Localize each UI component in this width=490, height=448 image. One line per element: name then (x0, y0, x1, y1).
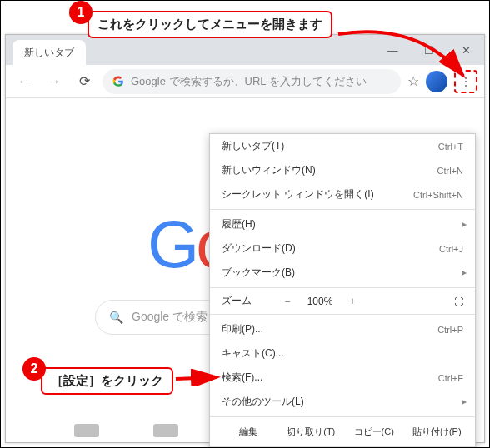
reload-button[interactable]: ⟳ (72, 70, 96, 93)
separator (210, 314, 475, 315)
label: 履歴(H) (222, 217, 256, 231)
menu-new-tab[interactable]: 新しいタブ(T)Ctrl+T (210, 134, 475, 158)
menu-zoom: ズーム − 100% ＋ ⛶ (210, 291, 475, 311)
separator (210, 209, 475, 210)
minimize-button[interactable]: — (374, 35, 411, 65)
toolbar: ← → ⟳ Google で検索するか、URL を入力してください ☆ ⋮ (6, 65, 484, 98)
shortcut-tile[interactable] (153, 424, 178, 437)
bookmark-star-icon[interactable]: ☆ (408, 73, 419, 89)
callout-number: 2 (22, 357, 46, 381)
label: キャスト(C)... (222, 346, 284, 361)
window-controls: — ☐ ✕ (374, 35, 484, 65)
label: シークレット ウィンドウを開く(I) (222, 187, 374, 202)
menu-edit-row: 編集 切り取り(T) コピー(C) 貼り付け(P) (210, 420, 475, 444)
callout-number: 1 (69, 1, 92, 24)
callout-1: 1 これをクリックしてメニューを開きます (88, 11, 332, 38)
search-icon: 🔍 (109, 311, 123, 324)
label: 検索(F)... (222, 371, 262, 385)
callout-2: 2 ［設定］をクリック (41, 367, 173, 395)
browser-tab[interactable]: 新しいタブ (12, 40, 86, 65)
menu-history[interactable]: 履歴(H) (210, 212, 475, 236)
label: ダウンロード(D) (222, 241, 296, 256)
separator (210, 416, 475, 417)
zoom-out-button[interactable]: − (277, 296, 298, 307)
copy-button[interactable]: コピー(C) (342, 423, 406, 441)
edit-label: 編集 (217, 423, 280, 441)
menu-cast[interactable]: キャスト(C)... (210, 341, 475, 366)
zoom-value: 100% (303, 296, 337, 307)
menu-bookmarks[interactable]: ブックマーク(B) (210, 261, 475, 285)
paste-button[interactable]: 貼り付け(P) (406, 423, 469, 441)
tab-strip: 新しいタブ — ☐ ✕ (6, 35, 484, 65)
zoom-in-button[interactable]: ＋ (342, 294, 363, 308)
menu-new-window[interactable]: 新しいウィンドウ(N)Ctrl+N (210, 158, 475, 182)
shortcut: Ctrl+P (438, 325, 463, 335)
label: 新しいタブ(T) (222, 139, 284, 153)
chrome-menu: 新しいタブ(T)Ctrl+T 新しいウィンドウ(N)Ctrl+N シークレット … (209, 133, 476, 448)
separator (210, 287, 475, 288)
shortcut: Ctrl+T (438, 142, 463, 152)
menu-button[interactable]: ⋮ (454, 70, 478, 93)
label: 印刷(P)... (222, 322, 263, 336)
close-button[interactable]: ✕ (448, 35, 484, 65)
menu-more-tools[interactable]: その他のツール(L) (210, 390, 475, 414)
shortcut-tile[interactable] (74, 424, 99, 437)
omnibox-placeholder: Google で検索するか、URL を入力してください (131, 74, 367, 89)
shortcut: Ctrl+F (438, 373, 463, 383)
maximize-button[interactable]: ☐ (411, 35, 448, 65)
omnibox[interactable]: Google で検索するか、URL を入力してください (102, 69, 401, 94)
menu-find[interactable]: 検索(F)...Ctrl+F (210, 366, 475, 390)
label: ブックマーク(B) (222, 266, 295, 280)
menu-print[interactable]: 印刷(P)...Ctrl+P (210, 317, 475, 341)
tab-title: 新しいタブ (24, 46, 74, 60)
cut-button[interactable]: 切り取り(T) (280, 423, 343, 441)
profile-avatar[interactable] (426, 71, 448, 92)
shortcut: Ctrl+N (438, 166, 463, 176)
label: 新しいウィンドウ(N) (222, 163, 316, 177)
shortcut: Ctrl+Shift+N (413, 190, 463, 200)
callout-text: ［設定］をクリック (51, 373, 163, 387)
back-button[interactable]: ← (12, 70, 36, 93)
label: その他のツール(L) (222, 395, 304, 409)
label: ズーム (222, 294, 272, 308)
separator (210, 446, 475, 447)
menu-downloads[interactable]: ダウンロード(D)Ctrl+J (210, 236, 475, 261)
forward-button[interactable]: → (42, 70, 66, 93)
menu-incognito[interactable]: シークレット ウィンドウを開く(I)Ctrl+Shift+N (210, 182, 475, 207)
shortcut: Ctrl+J (439, 244, 463, 254)
callout-text: これをクリックしてメニューを開きます (98, 17, 322, 31)
google-icon (112, 76, 124, 87)
fullscreen-button[interactable]: ⛶ (454, 296, 463, 306)
